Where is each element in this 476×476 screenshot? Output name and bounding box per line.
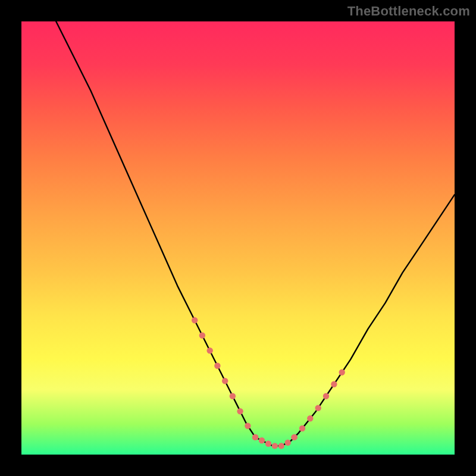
curve-dot bbox=[278, 443, 284, 449]
curve-dot bbox=[291, 434, 297, 440]
curve-dot bbox=[259, 437, 265, 443]
curve-dot bbox=[207, 347, 213, 353]
curve-dot bbox=[331, 381, 337, 387]
curve-dot bbox=[214, 363, 220, 369]
curve-dot bbox=[252, 434, 258, 440]
curve-dot bbox=[315, 405, 321, 411]
curve-dot bbox=[192, 317, 198, 323]
curve-dot bbox=[199, 333, 205, 339]
curve-dot bbox=[307, 415, 313, 421]
bottleneck-curve bbox=[56, 21, 455, 446]
curve-dot bbox=[339, 369, 345, 375]
curve-layer bbox=[21, 21, 455, 455]
chart-frame: TheBottleneck.com bbox=[0, 0, 476, 476]
curve-dot bbox=[230, 393, 236, 399]
curve-dot bbox=[285, 440, 291, 446]
curve-dot bbox=[237, 408, 243, 414]
curve-dot bbox=[299, 425, 305, 431]
curve-dot bbox=[272, 443, 278, 449]
plot-area bbox=[21, 21, 455, 455]
curve-dot bbox=[323, 393, 329, 399]
curve-dot bbox=[245, 423, 250, 429]
curve-dots bbox=[192, 317, 345, 449]
curve-dot bbox=[265, 441, 271, 447]
curve-dot bbox=[222, 378, 228, 384]
watermark-text: TheBottleneck.com bbox=[347, 4, 470, 19]
